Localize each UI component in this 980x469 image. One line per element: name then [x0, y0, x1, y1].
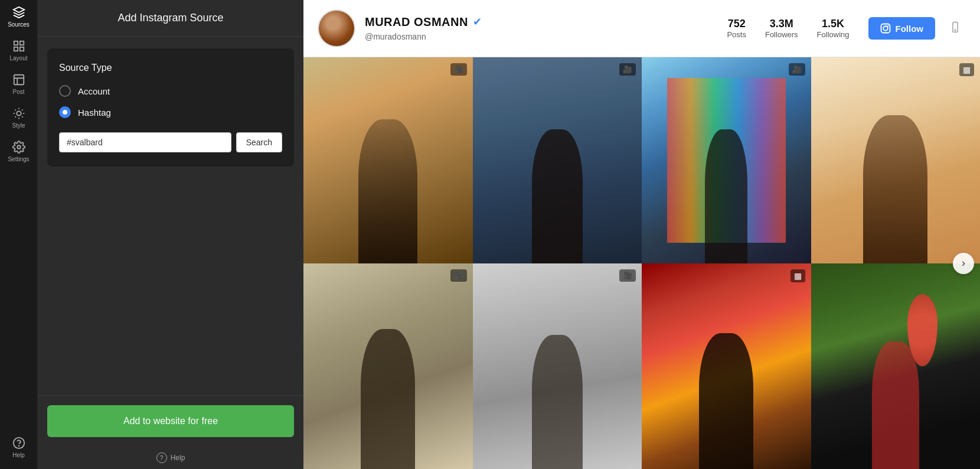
- panel-title: Add Instagram Source: [38, 0, 303, 37]
- stat-posts: 752 Posts: [727, 18, 746, 39]
- search-button[interactable]: Search: [236, 132, 282, 152]
- profile-info: MURAD OSMANN ✔ @muradosmann: [365, 15, 708, 42]
- photo-cell-8[interactable]: [811, 263, 981, 470]
- mobile-icon: [945, 19, 966, 38]
- radio-account-circle[interactable]: [59, 85, 71, 97]
- profile-name: MURAD OSMANN: [365, 15, 468, 29]
- svg-point-13: [955, 30, 956, 31]
- radio-hashtag-circle[interactable]: [59, 106, 71, 118]
- svg-point-11: [887, 25, 888, 27]
- profile-header: MURAD OSMANN ✔ @muradosmann 752 Posts 3.…: [303, 0, 980, 57]
- sidebar-item-sources[interactable]: Sources: [0, 0, 37, 34]
- panel-content: Source Type Account Hashtag Search: [38, 37, 303, 395]
- video-badge-2: 🎥: [619, 63, 636, 76]
- stat-followers: 3.3M Followers: [765, 18, 798, 39]
- search-row: Search: [59, 132, 282, 152]
- stat-posts-value: 752: [727, 18, 746, 30]
- radio-account[interactable]: Account: [59, 85, 282, 97]
- profile-handle: @muradosmann: [365, 32, 426, 41]
- radio-account-label: Account: [78, 86, 110, 96]
- verified-icon: ✔: [473, 15, 482, 28]
- radio-hashtag[interactable]: Hashtag: [59, 106, 282, 118]
- left-panel: Add Instagram Source Source Type Account…: [38, 0, 303, 469]
- photo-cell-7[interactable]: ▦: [642, 263, 811, 470]
- svg-rect-2: [14, 47, 17, 51]
- svg-point-6: [17, 145, 21, 149]
- profile-stats: 752 Posts 3.3M Followers 1.5K Following: [727, 18, 849, 39]
- help-icon[interactable]: ?: [156, 452, 167, 463]
- photo-cell-3[interactable]: 🎥: [642, 57, 811, 263]
- profile-name-row: MURAD OSMANN ✔: [365, 15, 708, 29]
- svg-point-5: [17, 111, 21, 115]
- search-input[interactable]: [59, 132, 231, 152]
- svg-rect-9: [881, 24, 890, 33]
- add-to-website-button[interactable]: Add to website for free: [47, 405, 294, 437]
- radio-hashtag-label: Hashtag: [78, 108, 111, 118]
- sidebar-item-post[interactable]: Post: [0, 67, 37, 101]
- photo-grid: 🎥 🎥 🎥 ▦: [303, 57, 980, 469]
- stat-posts-label: Posts: [727, 30, 746, 39]
- bottom-cta-area: Add to website for free: [38, 395, 303, 447]
- next-arrow-button[interactable]: ›: [953, 253, 974, 274]
- instagram-icon: [880, 23, 891, 34]
- svg-point-10: [883, 26, 888, 31]
- svg-rect-3: [19, 47, 23, 51]
- source-type-card: Source Type Account Hashtag Search: [47, 48, 294, 167]
- help-button[interactable]: Help: [0, 431, 37, 464]
- photo-cell-6[interactable]: 🎥: [473, 263, 642, 470]
- icon-bar: Sources Layout Post Style Settings: [0, 0, 38, 469]
- stat-following-value: 1.5K: [817, 18, 850, 30]
- follow-button[interactable]: Follow: [868, 17, 936, 40]
- stat-following: 1.5K Following: [817, 18, 850, 39]
- video-badge-3: 🎥: [789, 63, 805, 76]
- multi-badge-7: ▦: [790, 269, 805, 282]
- photo-cell-2[interactable]: 🎥: [473, 57, 642, 263]
- sidebar-item-layout[interactable]: Layout: [0, 34, 37, 67]
- stat-followers-label: Followers: [765, 30, 798, 39]
- sidebar-item-settings[interactable]: Settings: [0, 135, 37, 168]
- sidebar-item-style[interactable]: Style: [0, 101, 37, 135]
- svg-rect-4: [14, 75, 24, 85]
- video-badge-5: 🎥: [450, 269, 467, 282]
- svg-rect-0: [14, 41, 17, 45]
- source-type-heading: Source Type: [59, 63, 282, 73]
- video-badge-6: 🎥: [619, 269, 636, 282]
- stat-followers-value: 3.3M: [765, 18, 798, 30]
- main-area: MURAD OSMANN ✔ @muradosmann 752 Posts 3.…: [303, 0, 980, 469]
- avatar: [318, 9, 355, 47]
- photo-cell-1[interactable]: 🎥: [303, 57, 473, 263]
- multi-badge-4: ▦: [959, 63, 974, 76]
- photo-cell-4[interactable]: ▦: [811, 57, 981, 263]
- video-badge-1: 🎥: [450, 63, 467, 76]
- svg-point-8: [18, 445, 19, 446]
- help-row: ? Help: [38, 447, 303, 469]
- svg-rect-1: [19, 41, 23, 45]
- stat-following-label: Following: [817, 30, 850, 39]
- photo-cell-5[interactable]: 🎥: [303, 263, 473, 470]
